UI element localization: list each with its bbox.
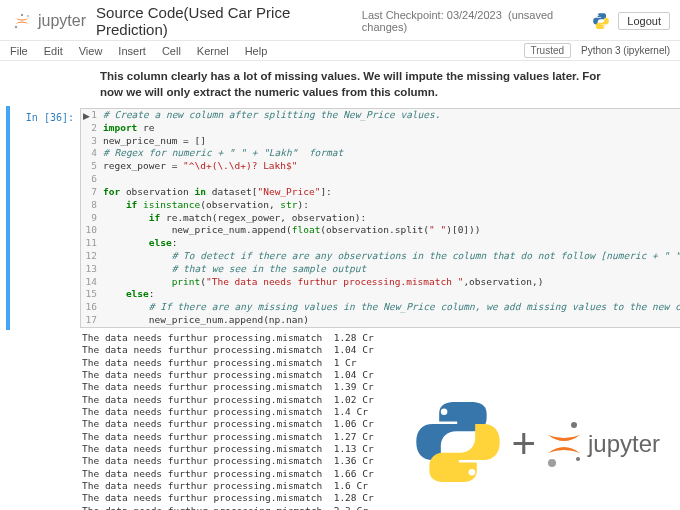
code-line[interactable]: 11 else: (81, 237, 680, 250)
menu-cell[interactable]: Cell (162, 45, 181, 57)
code-line[interactable]: 12 # To detect if there are any observat… (81, 250, 680, 263)
kernel-indicator[interactable]: Python 3 (ipykernel) (581, 45, 670, 56)
code-line[interactable]: 8 if isinstance(observation, str): (81, 199, 680, 212)
branding-overlay: + jupyter (413, 397, 660, 490)
output-line: The data needs furthur processing.mismat… (82, 369, 674, 381)
code-cell[interactable]: In [36]: ▶ 1# Create a new column after … (6, 106, 674, 330)
output-line: The data needs furthur processing.mismat… (82, 492, 674, 504)
menu-edit[interactable]: Edit (44, 45, 63, 57)
code-line[interactable]: 14 print("The data needs furthur process… (81, 276, 680, 289)
code-line[interactable]: 17 new_price_num.append(np.nan) (81, 314, 680, 327)
python-logo-icon (413, 397, 503, 490)
code-line[interactable]: 7for observation in dataset["New_Price"]… (81, 186, 680, 199)
jupyter-logo-large-icon: jupyter (544, 419, 660, 469)
python-kernel-icon (592, 12, 610, 30)
output-line: The data needs furthur processing.mismat… (82, 505, 674, 510)
output-line: The data needs furthur processing.mismat… (82, 344, 674, 356)
plus-icon: + (511, 420, 536, 468)
code-line[interactable]: 15 else: (81, 288, 680, 301)
markdown-cell[interactable]: This column clearly has a lot of missing… (0, 67, 680, 106)
code-line[interactable]: 3new_price_num = [] (81, 135, 680, 148)
menu-kernel[interactable]: Kernel (197, 45, 229, 57)
menubar: File Edit View Insert Cell Kernel Help T… (0, 41, 680, 61)
svg-point-1 (15, 26, 18, 29)
svg-point-3 (598, 15, 599, 16)
jupyter-logo-icon (10, 11, 34, 31)
run-cell-icon[interactable]: ▶ (83, 111, 90, 121)
menu-insert[interactable]: Insert (118, 45, 146, 57)
jupyter-logo[interactable]: jupyter (10, 11, 86, 31)
menu-help[interactable]: Help (245, 45, 268, 57)
svg-point-2 (27, 15, 29, 17)
code-line[interactable]: 5regex_power = "^\d+(\.\d+)? Lakh$" (81, 160, 680, 173)
code-line[interactable]: 10 new_price_num.append(float(observatio… (81, 224, 680, 237)
code-line[interactable]: 2import re (81, 122, 680, 135)
code-line[interactable]: 1# Create a new column after splitting t… (81, 109, 680, 122)
code-lines[interactable]: 1# Create a new column after splitting t… (81, 109, 680, 327)
input-prompt: In [36]: (10, 108, 80, 328)
svg-point-9 (576, 457, 580, 461)
code-line[interactable]: 4# Regex for numeric + " " + "Lakh" form… (81, 147, 680, 160)
svg-point-5 (441, 408, 448, 415)
code-input-area[interactable]: ▶ 1# Create a new column after splitting… (80, 108, 680, 328)
svg-point-8 (548, 459, 556, 467)
code-line[interactable]: 9 if re.match(regex_power, observation): (81, 212, 680, 225)
svg-point-4 (603, 26, 604, 27)
code-line[interactable]: 13 # that we see in the sample output (81, 263, 680, 276)
jupyter-logo-text: jupyter (38, 12, 86, 30)
svg-point-0 (21, 14, 23, 16)
checkpoint-text: Last Checkpoint: 03/24/2023 (unsaved cha… (362, 9, 593, 33)
notebook-title[interactable]: Source Code(Used Car Price Prediction) (96, 4, 356, 38)
notebook-header: jupyter Source Code(Used Car Price Predi… (0, 0, 680, 41)
output-line: The data needs furthur processing.mismat… (82, 332, 674, 344)
svg-point-7 (571, 422, 577, 428)
output-line: The data needs furthur processing.mismat… (82, 357, 674, 369)
output-line: The data needs furthur processing.mismat… (82, 381, 674, 393)
svg-point-6 (469, 469, 476, 476)
jupyter-wordmark: jupyter (588, 430, 660, 458)
code-line[interactable]: 6 (81, 173, 680, 186)
code-line[interactable]: 16 # If there are any missing values in … (81, 301, 680, 314)
trusted-badge[interactable]: Trusted (524, 43, 572, 58)
menu-file[interactable]: File (10, 45, 28, 57)
logout-button[interactable]: Logout (618, 12, 670, 30)
menu-view[interactable]: View (79, 45, 103, 57)
